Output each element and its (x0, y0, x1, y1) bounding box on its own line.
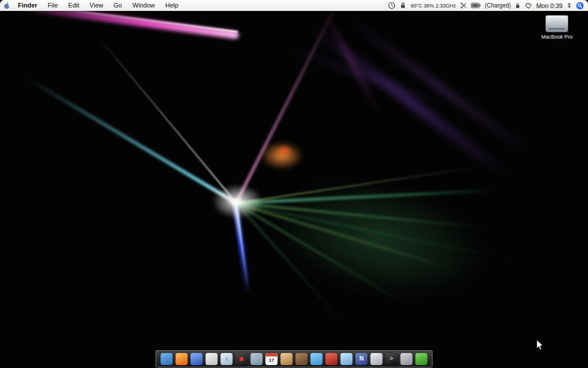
battery-status[interactable]: (Charged) (485, 2, 511, 9)
purple-streak-1 (308, 23, 511, 180)
quicktime-dock-icon[interactable] (341, 353, 353, 365)
spotlight-icon[interactable] (576, 2, 584, 10)
menu-file[interactable]: File (43, 0, 63, 11)
itunes-dock-icon[interactable]: ♪ (221, 353, 233, 365)
menu-bar: Finder File Edit View Go Window Help 60°… (0, 0, 588, 11)
dock: ♪17N> (156, 350, 433, 367)
green-app-dock-icon[interactable] (416, 353, 428, 365)
keychain-lock-icon[interactable] (399, 2, 406, 9)
dvd-player-dock-icon[interactable] (326, 353, 338, 365)
menu-help[interactable]: Help (160, 0, 184, 11)
center-hotspot (227, 197, 244, 207)
system-preferences-dock-icon[interactable] (401, 353, 413, 365)
browser-globe-dock-icon[interactable] (191, 353, 203, 365)
drive-label: MacBook Pro (536, 34, 578, 40)
center-glow (212, 184, 263, 219)
iphoto-dock-icon[interactable] (281, 353, 293, 365)
green-haze (259, 162, 496, 315)
preview-dock-icon[interactable] (371, 353, 383, 365)
address-book-dock-icon[interactable] (296, 353, 308, 365)
hard-drive-icon (545, 15, 568, 32)
system-stats[interactable]: 60°C 38% 2.33GHz (410, 3, 456, 9)
menu-finder[interactable]: Finder (13, 0, 43, 11)
scissors-icon[interactable] (460, 2, 467, 9)
green-ray-7 (238, 165, 483, 204)
wallpaper-art (0, 0, 588, 368)
ical-dock-icon[interactable]: 17 (266, 353, 278, 365)
menu-extras: 60°C 38% 2.33GHz (Charged) (388, 2, 588, 10)
mail-dock-icon[interactable] (251, 353, 263, 365)
purple-streak-4 (321, 7, 382, 116)
green-ray-5 (237, 204, 349, 329)
finder-dock-icon[interactable] (161, 353, 173, 365)
terminal-dock-icon[interactable]: > (386, 353, 398, 365)
green-ray-2 (238, 202, 492, 229)
menu-view[interactable]: View (84, 0, 108, 11)
beam-cyan-upleft (25, 76, 237, 204)
purple-streak-3 (288, 46, 452, 109)
user-switch-icon[interactable] (567, 2, 572, 9)
neooffice-dock-icon[interactable]: N (356, 353, 368, 365)
orange-blob (261, 142, 303, 169)
beam-blue-down (233, 203, 251, 295)
ichat-dock-icon[interactable] (311, 353, 323, 365)
photo-booth-dock-icon[interactable] (236, 353, 248, 365)
beam-blue-down-core (235, 203, 249, 289)
apple-menu[interactable] (0, 1, 13, 10)
purple-streak-2 (344, 16, 533, 157)
green-ray-1 (238, 189, 498, 204)
menu-edit[interactable]: Edit (63, 0, 84, 11)
green-ray-3 (237, 203, 464, 273)
macbook-pro-drive[interactable]: MacBook Pro (536, 15, 578, 40)
desktop: Finder File Edit View Go Window Help 60°… (0, 0, 588, 368)
green-ray-4 (237, 203, 413, 309)
clock-menu-icon[interactable] (388, 2, 395, 9)
menu-window[interactable]: Window (127, 0, 160, 11)
battery-icon[interactable] (471, 2, 481, 9)
menu-go[interactable]: Go (108, 0, 127, 11)
firefox-dock-icon[interactable] (176, 353, 188, 365)
apple-icon (2, 1, 11, 10)
textedit-dock-icon[interactable] (206, 353, 218, 365)
menu-clock[interactable]: Mon 0:39 (536, 2, 563, 9)
heart-icon[interactable] (525, 2, 532, 9)
beam-pink-upright (235, 1, 340, 203)
beam-white-upleft (95, 33, 236, 203)
lock-icon[interactable] (515, 2, 521, 9)
green-ray-6 (238, 203, 523, 263)
red-blob (276, 145, 293, 157)
